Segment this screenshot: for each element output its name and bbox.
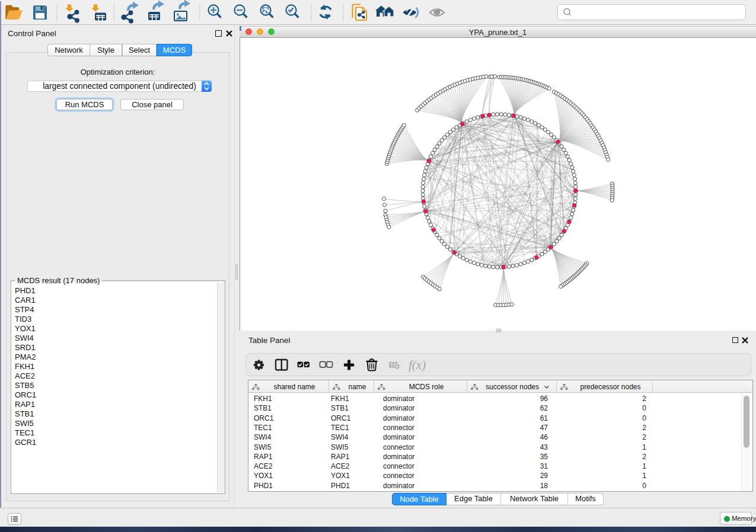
svg-text:f(x): f(x) [409,358,426,372]
